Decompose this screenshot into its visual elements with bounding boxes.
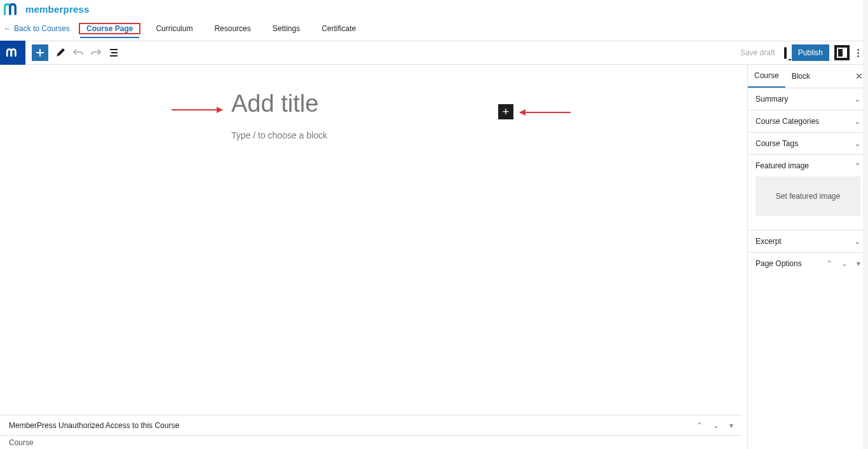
- page-options-controls: ⌃ ⌄ ▾: [826, 259, 860, 268]
- panel-summary-label: Summary: [756, 95, 788, 104]
- caret-down-icon[interactable]: ▾: [857, 259, 860, 268]
- editor-canvas[interactable]: Add title Type / to choose a block +: [0, 65, 747, 449]
- document-overview-icon[interactable]: [108, 47, 119, 58]
- tab-settings[interactable]: Settings: [266, 20, 306, 37]
- tab-curriculum[interactable]: Curriculum: [149, 20, 199, 37]
- chevron-down-icon: ⌄: [855, 238, 860, 246]
- desktop-preview-icon: [784, 47, 787, 59]
- redo-icon[interactable]: [90, 47, 102, 58]
- settings-panel-toggle[interactable]: [834, 45, 850, 60]
- sidebar-tab-block[interactable]: Block: [785, 65, 817, 87]
- chevron-up-icon[interactable]: ⌃: [826, 259, 832, 268]
- panel-tags[interactable]: Course Tags ⌄: [748, 133, 868, 155]
- editor-workspace: Add title Type / to choose a block + Cou…: [0, 65, 868, 449]
- arrow-left-icon: ←: [4, 24, 11, 33]
- panel-featured-image: Featured image ⌃ Set featured image: [748, 155, 868, 231]
- edit-mode-icon[interactable]: [55, 47, 66, 58]
- panel-categories-label: Course Categories: [756, 117, 819, 126]
- back-to-courses-link[interactable]: ← Back to Courses: [4, 24, 70, 33]
- annotation-arrow-plus: [520, 112, 571, 113]
- app-menu-button[interactable]: [0, 41, 25, 65]
- publish-button[interactable]: Publish: [792, 44, 829, 61]
- vertical-scrollbar[interactable]: [863, 0, 868, 449]
- back-label: Back to Courses: [14, 24, 70, 33]
- undo-icon[interactable]: [72, 47, 84, 58]
- course-tabs-row: ← Back to Courses Course Page Curriculum…: [0, 18, 868, 41]
- preview-button[interactable]: [784, 48, 787, 58]
- panel-excerpt-label: Excerpt: [756, 237, 782, 246]
- sidebar-tabs: Course Block ✕: [748, 65, 868, 88]
- brand-name: memberpress: [25, 4, 90, 15]
- panel-categories[interactable]: Course Categories ⌄: [748, 111, 868, 133]
- inline-add-block-button[interactable]: +: [498, 104, 513, 119]
- sidebar-tab-course[interactable]: Course: [748, 65, 785, 88]
- breadcrumb-text[interactable]: Course: [9, 438, 34, 447]
- breadcrumb-bar: Course: [0, 435, 742, 449]
- panel-summary[interactable]: Summary ⌄: [748, 88, 868, 111]
- page-options-label: Page Options: [756, 259, 802, 268]
- chevron-up-icon: ⌃: [855, 162, 860, 170]
- toolbar-left: [0, 41, 119, 64]
- panel-featured-label: Featured image: [756, 161, 809, 170]
- metabox-title: MemberPress Unauthorized Access to this …: [9, 421, 179, 430]
- panel-featured-header[interactable]: Featured image ⌃: [748, 155, 868, 177]
- toolbar-right: Save draft Publish: [736, 44, 868, 61]
- caret-down-icon[interactable]: ▾: [729, 421, 733, 430]
- tab-resources[interactable]: Resources: [208, 20, 257, 37]
- set-featured-image-label: Set featured image: [776, 192, 840, 201]
- chevron-down-icon: ⌄: [855, 140, 860, 148]
- panel-excerpt[interactable]: Excerpt ⌄: [748, 231, 868, 253]
- close-sidebar-icon[interactable]: ✕: [855, 71, 863, 81]
- chevron-down-icon: ⌄: [855, 117, 860, 126]
- active-tab-highlight-box: Course Page: [79, 23, 140, 34]
- paragraph-placeholder[interactable]: Type / to choose a block: [231, 130, 574, 140]
- chevron-up-icon[interactable]: ⌃: [696, 421, 703, 430]
- editor-toolbar: Save draft Publish: [0, 41, 868, 65]
- chevron-down-icon[interactable]: ⌄: [841, 259, 848, 268]
- save-draft-button[interactable]: Save draft: [736, 46, 779, 60]
- chevron-down-icon[interactable]: ⌄: [713, 421, 719, 430]
- settings-sidebar: Course Block ✕ Summary ⌄ Course Categori…: [747, 65, 868, 449]
- chevron-down-icon: ⌄: [855, 95, 860, 104]
- tab-certificate[interactable]: Certificate: [315, 20, 362, 37]
- set-featured-image-button[interactable]: Set featured image: [756, 177, 860, 216]
- metabox-header[interactable]: MemberPress Unauthorized Access to this …: [0, 415, 742, 435]
- brand-logo-icon: [4, 1, 22, 17]
- panel-tags-label: Course Tags: [756, 139, 798, 148]
- metabox-controls: ⌃ ⌄ ▾: [696, 421, 733, 430]
- svg-rect-1: [843, 48, 846, 57]
- panel-page-options[interactable]: Page Options ⌃ ⌄ ▾: [748, 253, 868, 274]
- annotation-arrow-title: [172, 109, 222, 111]
- brand-header: memberpress: [0, 0, 868, 18]
- tab-course-page[interactable]: Course Page: [80, 20, 139, 38]
- more-options-icon[interactable]: [855, 49, 862, 57]
- add-block-button[interactable]: [32, 44, 48, 61]
